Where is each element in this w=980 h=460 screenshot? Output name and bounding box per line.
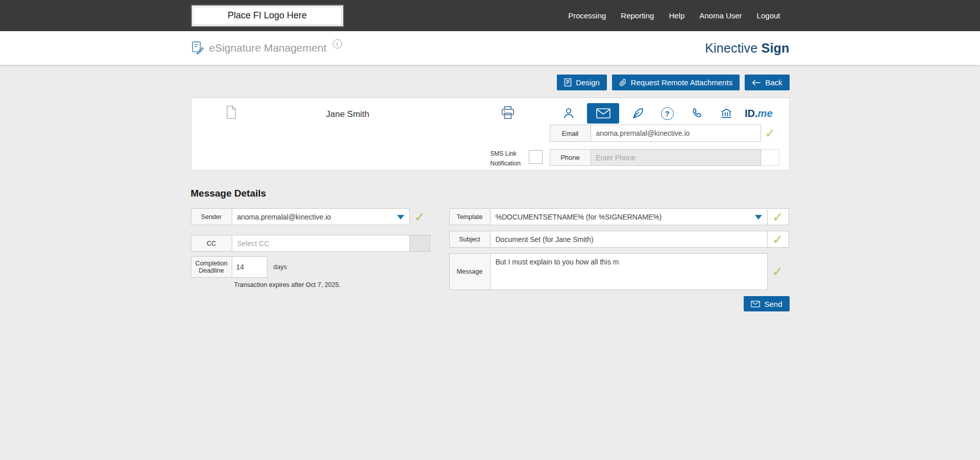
expiration-note: Transaction expires after Oct 7, 2025. [234, 281, 432, 288]
envelope-icon[interactable] [587, 103, 619, 124]
sender-valid-check-icon: ✓ [410, 208, 430, 225]
email-label: Email [550, 125, 591, 142]
completion-deadline-label: Completion Deadline [191, 256, 232, 278]
back-arrow-icon [752, 79, 761, 86]
chevron-down-icon [397, 215, 404, 220]
phone-input[interactable] [591, 149, 761, 166]
phone-label: Phone [550, 149, 591, 166]
document-icon [225, 105, 237, 122]
template-select[interactable]: %DOCUMENTSETNAME% (for %SIGNERNAME%) [491, 208, 768, 225]
nav-processing[interactable]: Processing [568, 11, 606, 20]
printer-icon[interactable] [501, 106, 515, 121]
fi-logo-button[interactable]: Place FI Logo Here [191, 5, 344, 27]
message-row: Message But I must explain to you how al… [449, 253, 790, 290]
main-content: Design Request Remote Attachments Back [0, 65, 980, 311]
question-circle-icon[interactable]: ? [656, 103, 678, 124]
recipient-card: Jane Smith [191, 98, 790, 171]
delivery-method-strip: ? ID.me [557, 103, 772, 124]
nav-help[interactable]: Help [669, 11, 684, 20]
page-title: eSignature Management [209, 42, 327, 54]
message-valid-check-icon: ✓ [768, 253, 788, 290]
info-icon[interactable]: i [333, 39, 342, 49]
completion-deadline-row: Completion Deadline days [191, 256, 432, 278]
request-remote-attachments-button[interactable]: Request Remote Attachments [612, 75, 740, 90]
design-button[interactable]: Design [557, 75, 607, 90]
message-label: Message [449, 253, 491, 290]
sms-notification-label: SMS Link Notification [491, 149, 525, 168]
subject-valid-check-icon: ✓ [768, 231, 789, 248]
subject-label: Subject [449, 231, 491, 248]
deadline-unit-label: days [274, 263, 287, 271]
chevron-down-icon [755, 215, 762, 220]
message-textarea[interactable]: But I must explain to you how all this m [491, 253, 768, 290]
email-input[interactable] [591, 125, 761, 142]
design-doc-icon [564, 78, 572, 87]
quill-pen-icon[interactable] [626, 103, 649, 124]
form-left-column: Sender anoma.premalal@kinective.io ✓ CC … [191, 208, 432, 290]
nav-reporting[interactable]: Reporting [621, 11, 654, 20]
idme-logo[interactable]: ID.me [745, 103, 772, 124]
sender-select[interactable]: anoma.premalal@kinective.io [232, 208, 410, 225]
brand-bold: Sign [762, 41, 790, 55]
esignature-icon [191, 41, 204, 55]
subject-input[interactable] [491, 231, 768, 248]
sms-notification-checkbox[interactable] [529, 150, 543, 164]
phone-row: Phone [550, 149, 779, 166]
phone-check-placeholder [761, 149, 779, 166]
page-header: eSignature Management i Kinective Sign [0, 31, 980, 65]
email-valid-check-icon: ✓ [761, 125, 779, 142]
template-label: Template [449, 208, 491, 225]
form-right-column: Template %DOCUMENTSETNAME% (for %SIGNERN… [449, 208, 790, 290]
person-icon[interactable] [557, 103, 580, 124]
topbar: Place FI Logo Here Processing Reporting … [0, 0, 980, 31]
message-details-heading: Message Details [191, 188, 790, 199]
cc-check-placeholder [410, 235, 430, 252]
send-button[interactable]: Send [744, 296, 789, 311]
completion-deadline-input[interactable] [232, 256, 267, 278]
nav-logout[interactable]: Logout [757, 11, 780, 20]
template-row: Template %DOCUMENTSETNAME% (for %SIGNERN… [449, 208, 790, 225]
cc-input[interactable] [232, 235, 410, 252]
sender-label: Sender [191, 208, 232, 225]
cc-row: CC [191, 235, 432, 252]
email-row: Email ✓ [550, 125, 779, 142]
brand-primary: Kinective [705, 41, 757, 55]
subject-row: Subject ✓ [449, 231, 790, 248]
action-toolbar: Design Request Remote Attachments Back [191, 75, 790, 90]
template-valid-check-icon: ✓ [768, 208, 789, 225]
back-button[interactable]: Back [745, 75, 789, 90]
phone-icon[interactable] [685, 103, 708, 124]
send-row: Send [191, 296, 790, 311]
message-details-form: Sender anoma.premalal@kinective.io ✓ CC … [191, 208, 790, 290]
send-envelope-icon [751, 301, 760, 307]
brand-logo: Kinective Sign [705, 41, 789, 56]
bank-icon[interactable] [715, 103, 738, 124]
sender-row: Sender anoma.premalal@kinective.io ✓ [191, 208, 432, 225]
recipient-name: Jane Smith [326, 109, 370, 119]
nav-user-menu[interactable]: Anoma User [699, 11, 742, 20]
cc-label: CC [191, 235, 232, 252]
top-nav: Processing Reporting Help Anoma User Log… [568, 11, 789, 20]
paperclip-icon [619, 79, 627, 87]
